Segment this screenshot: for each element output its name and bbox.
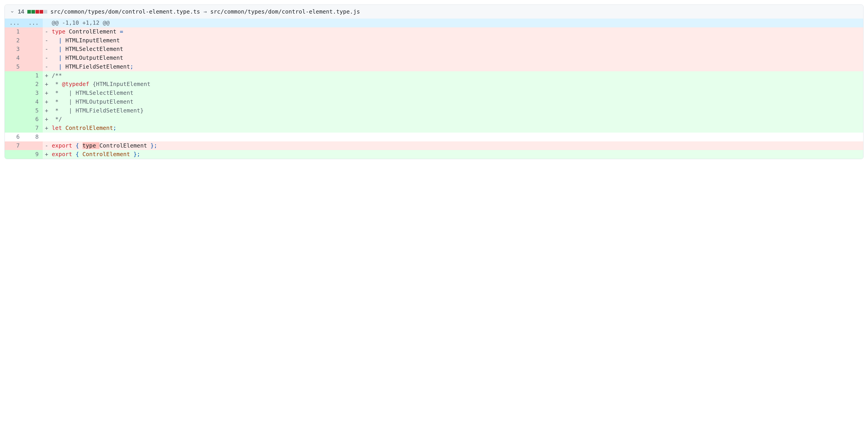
diff-marker: + [43,115,51,124]
file-to: src/common/types/dom/control-element.typ… [210,8,360,15]
new-line-number[interactable]: 3 [24,89,43,97]
token-com: * | HTMLOutputElement [52,99,133,105]
code-cell[interactable]: | HTMLFieldSetElement; [51,62,863,71]
diff-line-add: 9+export { ControlElement }; [5,150,863,159]
diff-line-ctx: 68 [5,133,863,141]
hunk-marker [43,19,51,27]
old-line-number[interactable] [5,124,24,133]
hunk-expand-right[interactable]: ... [24,19,43,27]
new-line-number[interactable]: 2 [24,80,43,89]
old-line-number[interactable] [5,71,24,80]
diff-line-add: 6+ */ [5,115,863,124]
new-line-number[interactable]: 7 [24,124,43,133]
diff-line-add: 3+ * | HTMLSelectElement [5,89,863,97]
diff-marker: - [43,27,51,36]
new-line-number[interactable]: 6 [24,115,43,124]
old-line-number[interactable] [5,97,24,106]
new-line-number[interactable]: 4 [24,97,43,106]
new-line-number[interactable] [24,141,43,150]
code-cell[interactable]: | HTMLInputElement [51,36,863,45]
old-line-number[interactable] [5,150,24,159]
token-com: * [52,81,62,87]
old-line-number[interactable]: 2 [5,36,24,45]
token-pun: | [59,46,62,52]
code-cell[interactable]: /** [51,71,863,80]
code-cell[interactable]: export { ControlElement }; [51,150,863,159]
code-cell[interactable] [51,133,863,141]
token-ty: HTMLSelectElement [65,46,123,52]
token-var: ControlElement [83,151,130,158]
code-cell[interactable]: | HTMLOutputElement [51,54,863,62]
diff-line-del: 1-type ControlElement = [5,27,863,36]
code-cell[interactable]: * | HTMLFieldSetElement} [51,106,863,115]
diff-marker: + [43,80,51,89]
new-line-number[interactable] [24,27,43,36]
code-cell[interactable]: | HTMLSelectElement [51,45,863,54]
token-pun: } [133,151,137,158]
diffstat-block-added [27,10,31,13]
code-cell[interactable]: export { type ControlElement }; [51,141,863,150]
new-line-number[interactable]: 1 [24,71,43,80]
token-pun: | [59,55,62,61]
diff-line-del: 3- | HTMLSelectElement [5,45,863,54]
new-line-number[interactable]: 9 [24,150,43,159]
code-cell[interactable]: */ [51,115,863,124]
old-line-number[interactable]: 1 [5,27,24,36]
old-line-number[interactable]: 7 [5,141,24,150]
old-line-number[interactable]: 5 [5,62,24,71]
token-ty: ControlElement [99,142,147,149]
token-pun: { [75,142,79,149]
diffstat-block-added [31,10,35,13]
new-line-number[interactable]: 8 [24,133,43,141]
hunk-expand-left[interactable]: ... [5,19,24,27]
hunk-header-row: ... ... @@ -1,10 +1,12 @@ [5,19,863,27]
inline-deletion: type [83,142,99,149]
old-line-number[interactable] [5,89,24,97]
diff-marker [43,133,51,141]
token-com: * | HTMLSelectElement [52,90,133,96]
diff-marker: - [43,54,51,62]
diff-marker: - [43,36,51,45]
diffstat[interactable] [27,10,47,13]
diff-marker: + [43,71,51,80]
token-kw: type [52,28,65,35]
token-kw: export [52,151,72,158]
token-tag: @typedef [62,81,89,87]
diff-marker: + [43,150,51,159]
token-pun: ; [113,125,116,131]
new-line-number[interactable] [24,54,43,62]
old-line-number[interactable] [5,115,24,124]
diff-marker: + [43,124,51,133]
code-cell[interactable]: * | HTMLSelectElement [51,89,863,97]
code-cell[interactable]: * | HTMLOutputElement [51,97,863,106]
code-cell[interactable]: * @typedef {HTMLInputElement [51,80,863,89]
code-cell[interactable]: let ControlElement; [51,124,863,133]
token-pun: ; [154,142,157,149]
code-cell[interactable]: type ControlElement = [51,27,863,36]
diff-line-add: 5+ * | HTMLFieldSetElement} [5,106,863,115]
token-com: */ [52,116,62,122]
new-line-number[interactable] [24,45,43,54]
old-line-number[interactable]: 3 [5,45,24,54]
diff-line-add: 2+ * @typedef {HTMLInputElement [5,80,863,89]
token-pun: { [75,151,79,158]
new-line-number[interactable] [24,62,43,71]
new-line-number[interactable]: 5 [24,106,43,115]
token-ty: HTMLInputElement [65,37,120,44]
diff-line-del: 5- | HTMLFieldSetElement; [5,62,863,71]
token-com: /** [52,72,62,79]
token-pun: ; [137,151,140,158]
old-line-number[interactable] [5,106,24,115]
token-com: * | HTMLFieldSetElement} [52,107,144,114]
old-line-number[interactable] [5,80,24,89]
old-line-number[interactable]: 4 [5,54,24,62]
diff-file-path[interactable]: src/common/types/dom/control-element.typ… [51,8,360,15]
hunk-text: @@ -1,10 +1,12 @@ [51,19,863,27]
diff-line-add: 7+let ControlElement; [5,124,863,133]
new-line-number[interactable] [24,36,43,45]
diff-marker: - [43,62,51,71]
old-line-number[interactable]: 6 [5,133,24,141]
diff-line-add: 4+ * | HTMLOutputElement [5,97,863,106]
chevron-down-icon[interactable] [10,9,15,14]
diff-line-del: 2- | HTMLInputElement [5,36,863,45]
